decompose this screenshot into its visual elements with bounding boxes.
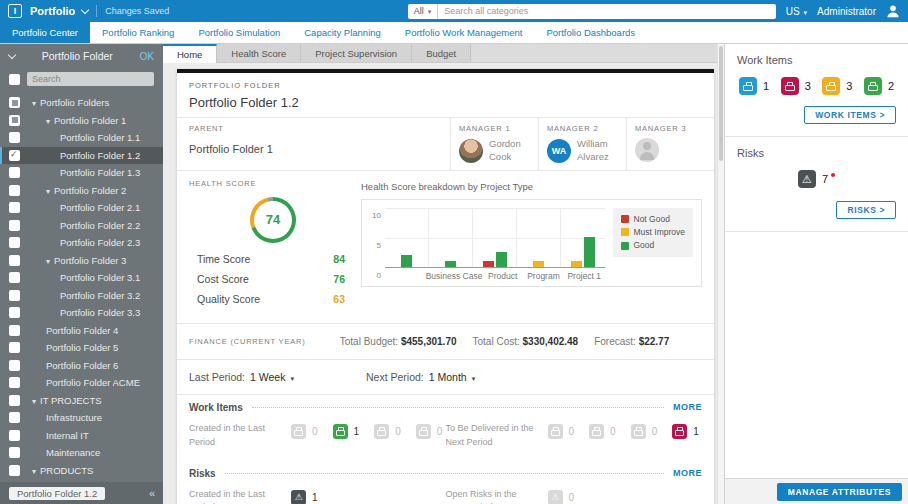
bar-good bbox=[584, 237, 595, 267]
tree-checkbox[interactable] bbox=[9, 185, 20, 196]
scrollbar-thumb[interactable] bbox=[719, 46, 723, 161]
tree-checkbox[interactable] bbox=[9, 167, 20, 178]
tree-checkbox[interactable] bbox=[9, 150, 20, 161]
user-menu[interactable]: Administrator bbox=[817, 6, 876, 17]
tree-item-label: Portfolio Folder 2 bbox=[54, 185, 126, 196]
tree-checkbox[interactable] bbox=[9, 360, 20, 371]
risks-more-link[interactable]: MORE bbox=[673, 468, 702, 478]
tab[interactable]: Project Supervision bbox=[301, 44, 412, 62]
tree-checkbox[interactable] bbox=[9, 115, 20, 126]
work-item-icon[interactable] bbox=[291, 424, 306, 439]
tree-checkbox[interactable] bbox=[9, 220, 20, 231]
tree-checkbox[interactable] bbox=[9, 342, 20, 353]
search-input[interactable] bbox=[438, 6, 775, 16]
product-switcher[interactable]: Portfolio bbox=[30, 5, 88, 17]
tree-item[interactable]: Portfolio Folder 1.2 bbox=[0, 147, 163, 165]
last-period-select[interactable]: Last Period: 1 Week bbox=[189, 371, 294, 383]
work-items-button[interactable]: WORK ITEMS > bbox=[804, 106, 896, 124]
expand-arrow-icon[interactable] bbox=[32, 97, 36, 108]
risk-icon[interactable] bbox=[291, 490, 306, 504]
tree-checkbox[interactable] bbox=[9, 465, 20, 476]
tree-checkbox[interactable] bbox=[9, 395, 20, 406]
tree-item[interactable]: Portfolio Folder 1 bbox=[0, 112, 163, 130]
tree-item[interactable]: Portfolio Folders bbox=[0, 94, 163, 112]
tree-item-label: Portfolio Folder 1 bbox=[54, 115, 126, 126]
expand-arrow-icon[interactable] bbox=[32, 395, 36, 406]
select-all-checkbox[interactable] bbox=[9, 74, 20, 85]
locale-dropdown[interactable]: US bbox=[786, 6, 807, 17]
tree-item[interactable]: Portfolio Folder 6 bbox=[0, 357, 163, 375]
tree-item[interactable]: Maintenance bbox=[0, 444, 163, 462]
work-item-icon[interactable] bbox=[739, 77, 757, 95]
nav-tab[interactable]: Portfolio Ranking bbox=[90, 22, 186, 43]
tab[interactable]: Budget bbox=[412, 44, 471, 62]
tree-item[interactable]: Portfolio Folder 2.2 bbox=[0, 217, 163, 235]
work-item-icon[interactable] bbox=[548, 424, 563, 439]
vertical-scrollbar[interactable] bbox=[717, 44, 724, 504]
tree-item[interactable]: Portfolio Folder 3.1 bbox=[0, 269, 163, 287]
sidebar-search-input[interactable] bbox=[27, 72, 154, 86]
tree-item[interactable]: Portfolio Folder 3.3 bbox=[0, 304, 163, 322]
work-item-icon[interactable] bbox=[781, 77, 799, 95]
work-item-icon[interactable] bbox=[672, 424, 687, 439]
tree-checkbox[interactable] bbox=[9, 430, 20, 441]
tree-item[interactable]: Portfolio Folder 3 bbox=[0, 252, 163, 270]
tree-item[interactable]: Portfolio Folder 1.1 bbox=[0, 129, 163, 147]
tree-checkbox[interactable] bbox=[9, 237, 20, 248]
expand-arrow-icon[interactable] bbox=[46, 115, 50, 126]
tab[interactable]: Home bbox=[163, 44, 217, 63]
nav-tab[interactable]: Portfolio Dashboards bbox=[534, 22, 647, 43]
work-item-icon[interactable] bbox=[333, 424, 348, 439]
tree-item[interactable]: Portfolio Folder 5 bbox=[0, 339, 163, 357]
nav-tab[interactable]: Portfolio Simulation bbox=[186, 22, 292, 43]
app-logo-icon[interactable]: I bbox=[8, 4, 22, 18]
next-period-select[interactable]: Next Period: 1 Month bbox=[366, 371, 475, 383]
search-scope-dropdown[interactable]: All bbox=[408, 4, 439, 19]
ok-button[interactable]: OK bbox=[140, 51, 154, 62]
work-item-icon[interactable] bbox=[864, 77, 882, 95]
tree-item[interactable]: Portfolio Folder 3.2 bbox=[0, 287, 163, 305]
nav-tab[interactable]: Capacity Planning bbox=[292, 22, 393, 43]
risk-icon[interactable] bbox=[548, 490, 563, 504]
tree-checkbox[interactable] bbox=[9, 412, 20, 423]
tree-item[interactable]: Portfolio Folder 1.3 bbox=[0, 164, 163, 182]
tab[interactable]: Health Score bbox=[217, 44, 301, 62]
tree-checkbox[interactable] bbox=[9, 255, 20, 266]
tree-checkbox[interactable] bbox=[9, 290, 20, 301]
risk-icon[interactable] bbox=[798, 170, 816, 188]
nav-tab[interactable]: Portfolio Work Management bbox=[393, 22, 535, 43]
manage-attributes-button[interactable]: MANAGE ATTRIBUTES bbox=[777, 483, 902, 501]
collapse-sidebar-icon[interactable]: « bbox=[149, 487, 154, 499]
tree-item[interactable]: Internal IT bbox=[0, 427, 163, 445]
collapse-chevron-icon[interactable] bbox=[8, 50, 16, 58]
tree-checkbox[interactable] bbox=[9, 272, 20, 283]
tree-checkbox[interactable] bbox=[9, 202, 20, 213]
tree-checkbox[interactable] bbox=[9, 325, 20, 336]
tree-checkbox[interactable] bbox=[9, 307, 20, 318]
work-item-icon[interactable] bbox=[374, 424, 389, 439]
risks-button[interactable]: RISKS > bbox=[836, 201, 896, 219]
tree-item[interactable]: PRODUCTS bbox=[0, 462, 163, 480]
tree-item[interactable]: Portfolio Folder 2.3 bbox=[0, 234, 163, 252]
tree-item[interactable]: Portfolio Folder 4 bbox=[0, 322, 163, 340]
tree-checkbox[interactable] bbox=[9, 377, 20, 388]
nav-tab[interactable]: Portfolio Center bbox=[0, 22, 90, 43]
work-items-more-link[interactable]: MORE bbox=[673, 402, 702, 412]
work-item-icon[interactable] bbox=[589, 424, 604, 439]
tree-checkbox[interactable] bbox=[9, 447, 20, 458]
tree-item[interactable]: IT PROJECTS bbox=[0, 392, 163, 410]
tree-item[interactable]: Portfolio Folder 2 bbox=[0, 182, 163, 200]
expand-arrow-icon[interactable] bbox=[46, 185, 50, 196]
finance-metric-label: Total Cost: bbox=[473, 336, 520, 347]
tree-item[interactable]: Infrastructure bbox=[0, 409, 163, 427]
user-avatar-icon[interactable] bbox=[886, 4, 900, 18]
expand-arrow-icon[interactable] bbox=[32, 465, 36, 476]
expand-arrow-icon[interactable] bbox=[46, 255, 50, 266]
tree-checkbox[interactable] bbox=[9, 97, 20, 108]
work-item-icon[interactable] bbox=[416, 424, 431, 439]
tree-item[interactable]: Portfolio Folder 2.1 bbox=[0, 199, 163, 217]
work-item-icon[interactable] bbox=[631, 424, 646, 439]
tree-checkbox[interactable] bbox=[9, 132, 20, 143]
work-item-icon[interactable] bbox=[822, 77, 840, 95]
tree-item[interactable]: Portfolio Folder ACME bbox=[0, 374, 163, 392]
